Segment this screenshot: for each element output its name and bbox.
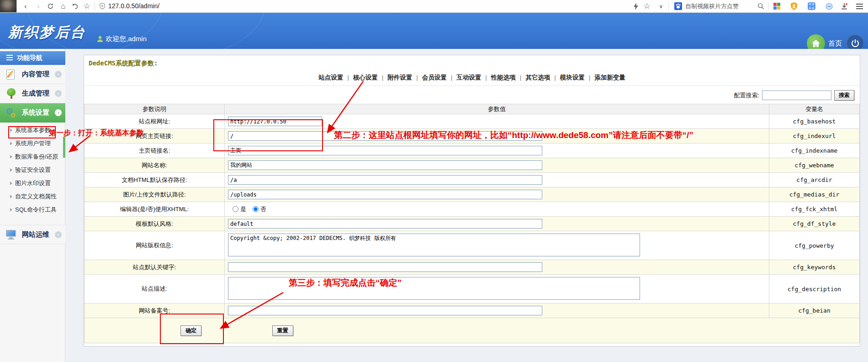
field-cfg_indexurl[interactable] bbox=[228, 131, 542, 141]
sidebar-subitem-6[interactable]: SQL命令行工具 bbox=[0, 203, 65, 216]
param-varname: cfg_indexname bbox=[769, 144, 860, 158]
sidebar-subitem-1[interactable]: 系统用户管理 bbox=[0, 137, 65, 150]
config-search-label: 配置搜索: bbox=[734, 91, 759, 100]
tab-4[interactable]: 互动设置 bbox=[456, 74, 481, 81]
form-buttons-row: 确定 重置 bbox=[85, 318, 860, 343]
param-label: 网站名称: bbox=[85, 158, 225, 173]
toolbar-divider bbox=[95, 2, 95, 11]
radio-label: 是 bbox=[240, 205, 246, 213]
browser-toolbar: ‹ › ⌂ ☆ 127.0.0.50/admin/ ☆ ∨ 自制视频获片方点赞 bbox=[0, 0, 868, 13]
sidebar-subitem-5[interactable]: 自定义文档属性 bbox=[0, 190, 65, 203]
param-value-cell bbox=[225, 217, 769, 231]
submit-button[interactable]: 确定 bbox=[180, 325, 201, 336]
field-cfg_medias_dir[interactable] bbox=[228, 190, 542, 199]
magnifier-icon[interactable] bbox=[756, 0, 765, 12]
param-label: 网站备案号: bbox=[85, 303, 225, 318]
field-cfg_arcdir[interactable] bbox=[228, 175, 542, 185]
sidebar-subitem-label: 系统基本参数 bbox=[15, 126, 51, 134]
tab-8[interactable]: 添加新变量 bbox=[594, 74, 625, 81]
field-cfg_df_style[interactable] bbox=[228, 219, 542, 229]
logout-button[interactable] bbox=[846, 34, 864, 49]
field-cfg_indexname[interactable] bbox=[228, 146, 542, 155]
sidebar-subitem-4[interactable]: 图片水印设置 bbox=[0, 176, 65, 190]
submenu-arrow-icon bbox=[10, 128, 12, 132]
config-table: 参数说明参数值变量名 站点根网址:cfg_basehost网页主页链接:cfg_… bbox=[84, 104, 860, 343]
config-row-cfg_webname: 网站名称:cfg_webname bbox=[85, 158, 860, 173]
browser-search-input[interactable]: 自制视频获片方点赞 bbox=[685, 0, 739, 12]
extensions-grid-icon[interactable] bbox=[808, 2, 815, 10]
field-cfg_powerby[interactable] bbox=[228, 234, 640, 256]
config-row-cfg_description: 站点描述:cfg_description bbox=[85, 275, 860, 303]
tab-7[interactable]: 模块设置 bbox=[560, 74, 585, 81]
sidebar-nav-title: 功能导航 bbox=[0, 51, 65, 65]
radio-cfg_fck_xhtml-0[interactable] bbox=[233, 206, 238, 212]
download-icon[interactable] bbox=[840, 0, 849, 12]
nav-title-label: 功能导航 bbox=[17, 54, 42, 62]
tab-1[interactable]: 核心设置 bbox=[353, 74, 378, 81]
sidebar-item-ops[interactable]: 网站运维› bbox=[0, 225, 65, 244]
column-header-0: 参数说明 bbox=[85, 104, 225, 114]
sidebar-subitem-2[interactable]: 数据库备份/还原 bbox=[0, 150, 65, 163]
address-bar[interactable]: 127.0.0.50/admin/ bbox=[108, 0, 159, 12]
submenu-arrow-icon bbox=[10, 208, 12, 212]
home-icon[interactable]: ⌂ bbox=[58, 0, 68, 12]
field-cfg_keywords[interactable] bbox=[228, 262, 542, 272]
tab-3[interactable]: 会员设置 bbox=[422, 74, 447, 81]
chevron-right-icon: › bbox=[55, 109, 62, 116]
reset-button[interactable]: 重置 bbox=[272, 325, 293, 336]
bookmark-star-icon[interactable]: ☆ bbox=[82, 0, 91, 12]
param-value-cell bbox=[225, 144, 769, 158]
param-varname: cfg_webname bbox=[769, 158, 860, 173]
sidebar-item-1[interactable]: 生成管理› bbox=[0, 84, 65, 103]
tab-6[interactable]: 其它选项 bbox=[525, 74, 550, 81]
flash-icon[interactable] bbox=[632, 0, 640, 12]
param-label: 编辑器(是/否)使用XHTML: bbox=[85, 202, 225, 217]
config-search-input[interactable] bbox=[762, 90, 831, 100]
submenu-arrow-icon bbox=[10, 195, 12, 198]
avatar[interactable] bbox=[0, 0, 17, 12]
tab-0[interactable]: 站点设置 bbox=[318, 74, 343, 81]
field-cfg_description[interactable] bbox=[228, 277, 640, 300]
sidebar-item-2[interactable]: ⚙⚙系统设置› bbox=[0, 103, 65, 122]
param-label: 模板默认风格: bbox=[85, 217, 225, 231]
param-label: 主页链接名: bbox=[85, 144, 225, 158]
field-cfg_beian[interactable] bbox=[228, 306, 542, 315]
chevron-right-icon: › bbox=[55, 71, 62, 78]
config-search-button[interactable]: 搜索 bbox=[834, 90, 854, 101]
field-cfg_webname[interactable] bbox=[228, 160, 542, 170]
content-edit-icon bbox=[5, 69, 17, 80]
radio-cfg_fck_xhtml-1[interactable] bbox=[253, 206, 259, 212]
submenu-arrow-icon bbox=[10, 168, 12, 172]
apps-grid-icon[interactable] bbox=[773, 3, 780, 10]
sidebar-subitem-label: 系统用户管理 bbox=[15, 139, 51, 148]
tab-separator: | bbox=[520, 74, 522, 81]
home-button[interactable] bbox=[807, 34, 825, 49]
back-icon[interactable]: ‹ bbox=[21, 0, 30, 12]
app-header: 新织梦后台 欢迎您,admin 首页 bbox=[0, 13, 868, 49]
sidebar-subitem-0[interactable]: 系统基本参数 bbox=[0, 123, 65, 137]
favorite-star-icon[interactable]: ☆ bbox=[642, 0, 651, 12]
paw-search-icon[interactable] bbox=[674, 0, 683, 12]
dropdown-chevron-icon[interactable]: ∨ bbox=[657, 0, 665, 12]
undo-icon[interactable] bbox=[70, 0, 79, 12]
tab-2[interactable]: 附件设置 bbox=[387, 74, 412, 81]
sidebar-item-0[interactable]: 内容管理› bbox=[0, 65, 65, 84]
home-button-label[interactable]: 首页 bbox=[828, 39, 842, 48]
param-label: 网页主页链接: bbox=[85, 129, 225, 144]
forward-icon[interactable]: › bbox=[34, 0, 43, 12]
submenu-arrow-icon bbox=[10, 181, 12, 185]
field-cfg_basehost[interactable] bbox=[228, 117, 322, 126]
reload-icon[interactable] bbox=[46, 0, 55, 12]
house-icon bbox=[811, 39, 820, 48]
menu-hamburger-icon[interactable] bbox=[856, 4, 863, 11]
security-shield-icon[interactable] bbox=[789, 0, 799, 12]
param-varname: cfg_powerby bbox=[769, 231, 860, 260]
sidebar-subitem-3[interactable]: 验证安全设置 bbox=[0, 163, 65, 176]
gears-icon: ⚙⚙ bbox=[5, 107, 17, 119]
minus-circle-icon[interactable] bbox=[825, 0, 834, 12]
sidebar-subitem-label: 自定义文档属性 bbox=[15, 192, 57, 201]
site-shield-icon[interactable] bbox=[98, 0, 106, 12]
param-varname: cfg_df_style bbox=[769, 217, 860, 231]
tab-5[interactable]: 性能选项 bbox=[491, 74, 516, 81]
param-value-cell bbox=[225, 303, 769, 318]
